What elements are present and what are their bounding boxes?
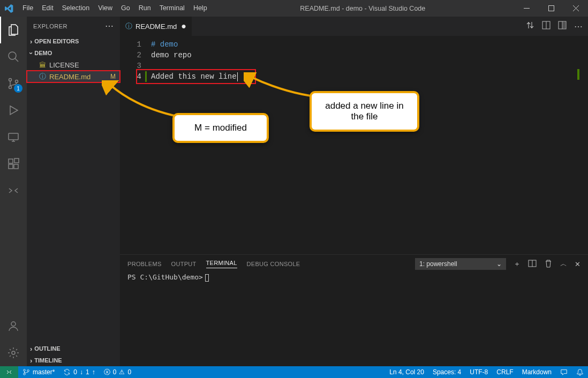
account-icon — [7, 320, 20, 332]
file-license[interactable]: 🏛 LICENSE — [27, 59, 120, 71]
split-editor-icon[interactable] — [558, 21, 567, 32]
menu-selection[interactable]: Selection — [58, 0, 94, 17]
tab-readme[interactable]: ⓘ README.md ● — [120, 17, 192, 36]
activity-accounts[interactable] — [0, 313, 27, 339]
annotation-callout-modified: M = modified — [172, 113, 269, 143]
window-minimize-button[interactable] — [514, 0, 539, 17]
terminal-selector[interactable]: 1: powershell ⌄ — [415, 258, 506, 270]
callout-text: M = modified — [194, 123, 247, 133]
svg-rect-8 — [14, 164, 18, 169]
run-icon — [7, 104, 20, 117]
svg-rect-6 — [9, 159, 13, 163]
close-panel-icon[interactable]: ✕ — [575, 260, 581, 268]
activity-settings[interactable] — [0, 339, 27, 366]
vscode-logo-icon — [0, 4, 18, 13]
svg-point-16 — [24, 369, 26, 372]
svg-rect-0 — [548, 6, 554, 11]
panel-tab-terminal[interactable]: TERMINAL — [206, 260, 237, 268]
section-folder[interactable]: ›DEMO — [27, 47, 120, 59]
activity-source-control[interactable]: 1 — [0, 70, 27, 97]
license-icon: 🏛 — [37, 61, 47, 69]
md-heading-text: demo — [155, 40, 178, 49]
menu-view[interactable]: View — [94, 0, 117, 17]
maximize-panel-icon[interactable]: ︿ — [560, 259, 567, 269]
more-actions-icon[interactable]: ⋯ — [574, 21, 583, 32]
search-icon — [7, 50, 20, 63]
code-area[interactable]: # demo demo repo Added this new line — [151, 36, 588, 254]
window-title: README.md - demo - Visual Studio Code — [212, 5, 514, 12]
svg-point-17 — [24, 373, 26, 375]
activity-explorer[interactable] — [0, 17, 27, 43]
section-outline[interactable]: ›OUTLINE — [27, 343, 120, 354]
status-language[interactable]: Markdown — [518, 368, 556, 376]
status-cursor-position[interactable]: Ln 4, Col 20 — [385, 368, 428, 376]
svg-point-2 — [9, 79, 12, 81]
menu-run[interactable]: Run — [134, 0, 155, 17]
explorer-more-icon[interactable]: ⋯ — [105, 21, 114, 31]
menu-file[interactable]: File — [18, 0, 37, 17]
svg-rect-5 — [9, 133, 18, 140]
panel-tab-debug-console[interactable]: DEBUG CONSOLE — [247, 261, 300, 267]
activity-run-debug[interactable] — [0, 97, 27, 124]
menu-edit[interactable]: Edit — [37, 0, 58, 17]
section-open-editors[interactable]: ›OPEN EDITORS — [27, 35, 120, 47]
status-eol[interactable]: CRLF — [492, 368, 517, 376]
status-problems[interactable]: ⓧ0 ⚠0 — [100, 368, 135, 377]
menu-bar: File Edit Selection View Go Run Terminal… — [18, 0, 212, 17]
kill-terminal-icon[interactable] — [544, 259, 553, 269]
open-editors-label: OPEN EDITORS — [34, 38, 79, 44]
terminal-body[interactable]: PS C:\GitHub\demo> — [120, 273, 588, 366]
menu-go[interactable]: Go — [117, 0, 134, 17]
panel-tab-bar: PROBLEMS OUTPUT TERMINAL DEBUG CONSOLE 1… — [120, 255, 588, 273]
status-sync[interactable]: 0↓ 1↑ — [59, 368, 99, 376]
bottom-panel: PROBLEMS OUTPUT TERMINAL DEBUG CONSOLE 1… — [120, 254, 588, 366]
sync-icon — [63, 368, 71, 376]
activity-remote-explorer[interactable] — [0, 124, 27, 150]
compare-changes-icon[interactable] — [526, 21, 534, 32]
status-notifications-icon[interactable] — [572, 368, 588, 376]
panel-tab-output[interactable]: OUTPUT — [171, 261, 197, 267]
terminal-prompt: PS C:\GitHub\demo> — [127, 273, 203, 281]
title-bar: File Edit Selection View Go Run Terminal… — [0, 0, 588, 17]
modified-badge: M — [110, 73, 116, 80]
explorer-title: EXPLORER — [33, 23, 67, 29]
split-terminal-icon[interactable] — [528, 259, 537, 269]
status-feedback-icon[interactable] — [556, 368, 572, 376]
terminal-cursor — [205, 274, 209, 282]
menu-terminal[interactable]: Terminal — [155, 0, 189, 17]
tab-label: README.md — [135, 22, 177, 31]
text-editor[interactable]: 1 2 3 4 # demo demo repo Added this new … — [120, 36, 588, 254]
activity-remote-window[interactable] — [0, 177, 27, 204]
svg-point-4 — [16, 80, 18, 83]
activity-bar: 1 — [0, 17, 27, 366]
status-remote[interactable] — [0, 366, 18, 378]
window-close-button[interactable] — [563, 0, 588, 17]
chevron-down-icon: ⌄ — [496, 260, 502, 268]
status-branch[interactable]: master* — [18, 368, 59, 376]
annotation-callout-newline: added a new line in the file — [310, 91, 419, 132]
activity-search[interactable] — [0, 43, 27, 70]
section-timeline[interactable]: ›TIMELINE — [27, 354, 120, 366]
new-terminal-icon[interactable]: ＋ — [514, 259, 521, 269]
branch-name: master* — [33, 368, 55, 376]
menu-help[interactable]: Help — [189, 0, 212, 17]
activity-extensions[interactable] — [0, 150, 27, 177]
remote-icon — [7, 131, 20, 143]
warning-count: 0 — [127, 368, 131, 376]
warning-icon: ⚠ — [119, 368, 125, 376]
status-indentation[interactable]: Spaces: 4 — [428, 368, 465, 376]
tab-dirty-indicator[interactable]: ● — [181, 21, 186, 31]
svg-point-1 — [9, 52, 16, 59]
chevron-right-icon: › — [30, 37, 32, 46]
panel-tab-problems[interactable]: PROBLEMS — [127, 261, 162, 267]
window-maximize-button[interactable] — [539, 0, 563, 17]
svg-rect-9 — [14, 158, 19, 163]
info-icon: ⓘ — [125, 21, 132, 31]
chevron-right-icon: › — [30, 345, 32, 353]
tab-bar: ⓘ README.md ● ⋯ — [120, 17, 588, 36]
status-encoding[interactable]: UTF-8 — [465, 368, 492, 376]
info-icon: ⓘ — [37, 72, 47, 81]
editor-group: ⓘ README.md ● ⋯ 1 2 3 4 # demo demo repo — [120, 17, 588, 366]
open-preview-icon[interactable] — [542, 21, 551, 32]
code-line: demo repo — [151, 50, 588, 61]
